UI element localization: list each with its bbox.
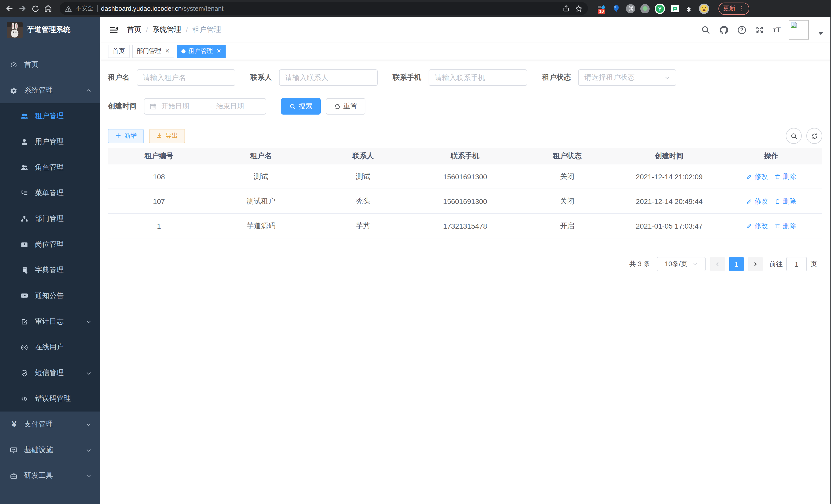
sidebar: 芋道管理系统 首页 系统管理 xyxy=(0,17,100,504)
cell-created: 2021-12-14 21:02:09 xyxy=(618,172,720,181)
tenant-name-input[interactable] xyxy=(137,69,235,86)
sidebar-toggle-icon[interactable] xyxy=(109,25,119,35)
contact-input[interactable] xyxy=(279,69,378,86)
table-header: 租户编号 租户名 联系人 联系手机 租户状态 创建时间 操作 xyxy=(108,148,822,165)
profile-avatar-icon[interactable] xyxy=(699,3,709,13)
prev-page-button[interactable] xyxy=(710,257,725,271)
filter-row-1: 租户名 联系人 联系手机 租户状态 请选择租户状态 xyxy=(108,69,822,86)
sidebar-item-payment[interactable]: ¥ 支付管理 xyxy=(0,412,100,437)
tenant-name-label: 租户名 xyxy=(108,73,130,82)
sidebar-item-post[interactable]: 岗位管理 xyxy=(0,232,100,258)
close-icon[interactable]: ✕ xyxy=(217,48,221,54)
export-button[interactable]: 导出 xyxy=(149,129,185,143)
delete-button[interactable]: 删除 xyxy=(775,172,796,181)
pagination: 共 3 条 10条/页 1 前往 页 xyxy=(108,257,822,271)
add-button[interactable]: 新增 xyxy=(108,129,144,143)
github-icon[interactable] xyxy=(719,25,728,35)
sidebar-item-label: 系统管理 xyxy=(24,86,53,95)
header-search-icon[interactable] xyxy=(701,25,711,35)
page-number-button[interactable]: 1 xyxy=(729,257,744,271)
sidebar-item-infrastructure[interactable]: 基础设施 xyxy=(0,437,100,463)
sidebar-item-error-code[interactable]: 错误码管理 xyxy=(0,386,100,412)
next-page-button[interactable] xyxy=(748,257,763,271)
browser-back-icon[interactable] xyxy=(5,4,14,13)
avatar-dropdown-icon[interactable] xyxy=(818,32,823,35)
user-avatar[interactable] xyxy=(789,20,809,39)
tree-list-icon xyxy=(21,189,28,197)
fullscreen-icon[interactable] xyxy=(755,25,765,35)
delete-button[interactable]: 删除 xyxy=(775,197,796,206)
extension-dot-icon[interactable] xyxy=(640,4,650,13)
close-icon[interactable]: ✕ xyxy=(165,48,170,54)
system-submenu: 租户管理 用户管理 角色管理 xyxy=(0,103,100,412)
sidebar-item-online-users[interactable]: 在线用户 xyxy=(0,334,100,360)
extension-y-icon[interactable]: Y xyxy=(655,3,665,13)
main-area: 首页 / 系统管理 / 租户管理 TT xyxy=(100,17,831,504)
chevron-down-icon xyxy=(664,75,670,80)
mobile-label: 联系手机 xyxy=(393,73,422,82)
cell-tenant-id: 107 xyxy=(108,197,210,205)
breadcrumb-section[interactable]: 系统管理 xyxy=(152,25,181,34)
status-select[interactable]: 请选择租户状态 xyxy=(578,69,676,86)
font-size-icon[interactable]: TT xyxy=(773,26,781,34)
edit-button[interactable]: 修改 xyxy=(746,221,768,230)
tab-dept[interactable]: 部门管理 ✕ xyxy=(132,45,174,58)
chevron-left-icon xyxy=(715,262,720,267)
delete-button[interactable]: 删除 xyxy=(775,221,796,230)
sidebar-item-label: 字典管理 xyxy=(35,266,64,275)
share-icon[interactable] xyxy=(562,4,570,13)
code-icon xyxy=(21,395,28,403)
address-bar[interactable]: 不安全 dashboard.yudao.iocoder.cn/system/te… xyxy=(60,2,588,15)
trash-icon xyxy=(775,223,781,229)
sidebar-item-label: 错误码管理 xyxy=(35,394,71,403)
trash-icon xyxy=(775,173,781,180)
mobile-input[interactable] xyxy=(429,69,527,86)
sidebar-item-menu[interactable]: 菜单管理 xyxy=(0,180,100,206)
extension-balloon-icon[interactable] xyxy=(611,4,621,13)
edit-button[interactable]: 修改 xyxy=(746,197,768,206)
sidebar-item-home[interactable]: 首页 xyxy=(0,52,100,78)
browser-menu-icon[interactable]: ⋮ xyxy=(739,6,745,11)
browser-reload-icon[interactable] xyxy=(31,4,39,13)
goto-page-input[interactable] xyxy=(786,257,807,271)
sidebar-item-dev-tools[interactable]: 研发工具 xyxy=(0,463,100,488)
sidebar-item-notice[interactable]: 通知公告 xyxy=(0,283,100,309)
sidebar-item-label: 租户管理 xyxy=(35,112,64,121)
extension-diamond-icon[interactable]: 10 xyxy=(597,4,606,13)
browser-update-button[interactable]: 更新 ⋮ xyxy=(718,2,749,14)
cell-contact: 秃头 xyxy=(312,197,414,206)
active-tab-dot xyxy=(181,49,185,53)
sidebar-item-user[interactable]: 用户管理 xyxy=(0,129,100,155)
chevron-down-icon xyxy=(86,319,91,324)
pen-icon xyxy=(746,173,753,180)
extension-chat-icon[interactable] xyxy=(670,4,679,13)
sidebar-item-sms[interactable]: 短信管理 xyxy=(0,360,100,386)
column-header: 联系人 xyxy=(312,151,414,160)
page-size-select[interactable]: 10条/页 xyxy=(657,257,706,271)
chevron-right-icon xyxy=(753,262,758,267)
refresh-table-button[interactable] xyxy=(806,128,822,144)
breadcrumb-home[interactable]: 首页 xyxy=(127,25,141,34)
sidebar-item-system[interactable]: 系统管理 xyxy=(0,78,100,103)
help-icon[interactable] xyxy=(737,25,746,35)
app-logo-row[interactable]: 芋道管理系统 xyxy=(0,17,100,42)
browser-forward-icon[interactable] xyxy=(18,4,27,13)
sidebar-item-tenant[interactable]: 租户管理 xyxy=(0,103,100,129)
sidebar-item-dict[interactable]: 字典管理 xyxy=(0,258,100,283)
date-range-picker[interactable]: 开始日期 - 结束日期 xyxy=(144,98,266,115)
extensions-puzzle-icon[interactable] xyxy=(685,4,694,13)
sidebar-item-audit-log[interactable]: 审计日志 xyxy=(0,309,100,334)
sidebar-item-dept[interactable]: 部门管理 xyxy=(0,206,100,232)
edit-button[interactable]: 修改 xyxy=(746,172,768,181)
browser-home-icon[interactable] xyxy=(44,4,52,13)
navbar-actions: TT xyxy=(701,20,823,39)
tab-tenant[interactable]: 租户管理 ✕ xyxy=(177,45,226,58)
toggle-search-button[interactable] xyxy=(786,128,802,144)
sidebar-item-role[interactable]: 角色管理 xyxy=(0,155,100,180)
bookmark-star-icon[interactable] xyxy=(574,4,583,13)
extension-command-icon[interactable] xyxy=(626,4,635,13)
reset-button[interactable]: 重置 xyxy=(326,98,365,115)
search-button[interactable]: 搜索 xyxy=(281,98,321,115)
tab-home[interactable]: 首页 xyxy=(108,45,130,58)
filter-status: 租户状态 请选择租户状态 xyxy=(542,69,676,86)
